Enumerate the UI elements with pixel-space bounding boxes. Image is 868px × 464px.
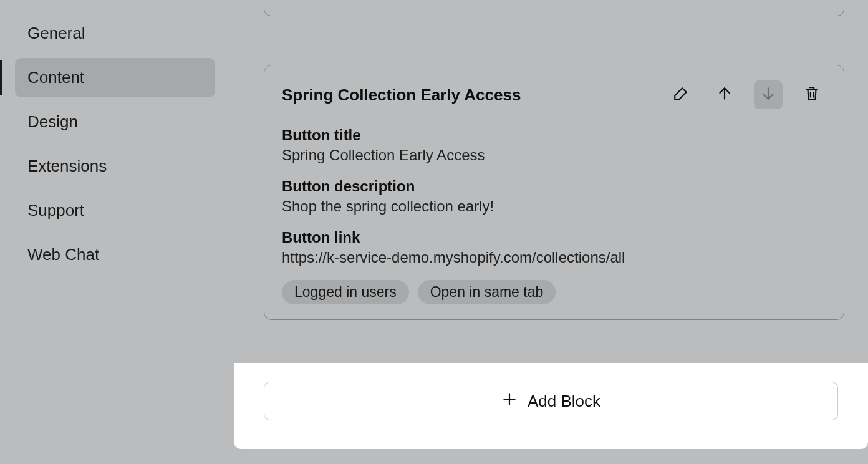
arrow-up-icon: [716, 85, 733, 104]
field-value: Spring Collection Early Access: [282, 147, 826, 164]
app-root: General Content Design Extensions Suppor…: [0, 0, 868, 464]
pencil-icon: [673, 85, 689, 104]
arrow-down-icon: [760, 85, 776, 104]
sidebar-item-content[interactable]: Content: [15, 58, 215, 97]
move-down-button[interactable]: [754, 80, 783, 109]
sidebar-item-extensions[interactable]: Extensions: [15, 147, 215, 186]
sidebar-item-design[interactable]: Design: [15, 102, 215, 142]
field-value: Shop the spring collection early!: [282, 198, 826, 215]
move-up-button[interactable]: [710, 80, 739, 109]
delete-button[interactable]: [798, 80, 826, 109]
field-button-link: Button link https://k-service-demo.mysho…: [282, 229, 826, 266]
block-card: Spring Collection Early Access: [264, 65, 844, 320]
main-content: Spring Collection Early Access: [234, 0, 868, 464]
field-button-title: Button title Spring Collection Early Acc…: [282, 127, 826, 164]
sidebar-item-support[interactable]: Support: [15, 191, 215, 230]
field-label: Button title: [282, 127, 826, 144]
block-title: Spring Collection Early Access: [282, 85, 521, 105]
add-block-button[interactable]: Add Block: [264, 382, 838, 420]
plus-icon: [501, 391, 518, 412]
field-button-description: Button description Shop the spring colle…: [282, 178, 826, 215]
field-label: Button link: [282, 229, 826, 246]
sidebar-item-general[interactable]: General: [15, 14, 215, 53]
previous-block-card: [264, 0, 844, 16]
sidebar: General Content Design Extensions Suppor…: [0, 0, 234, 464]
tag-list: Logged in users Open in same tab: [282, 280, 826, 304]
field-label: Button description: [282, 178, 826, 195]
tag-open-same-tab: Open in same tab: [418, 280, 556, 304]
block-actions: [667, 80, 826, 109]
add-block-label: Add Block: [528, 392, 600, 411]
footer-panel: Add Block: [234, 363, 868, 449]
block-header: Spring Collection Early Access: [282, 80, 826, 109]
tag-logged-in-users: Logged in users: [282, 280, 409, 304]
field-value: https://k-service-demo.myshopify.com/col…: [282, 249, 826, 266]
trash-icon: [804, 85, 820, 104]
edit-button[interactable]: [667, 80, 695, 109]
sidebar-item-webchat[interactable]: Web Chat: [15, 235, 215, 274]
